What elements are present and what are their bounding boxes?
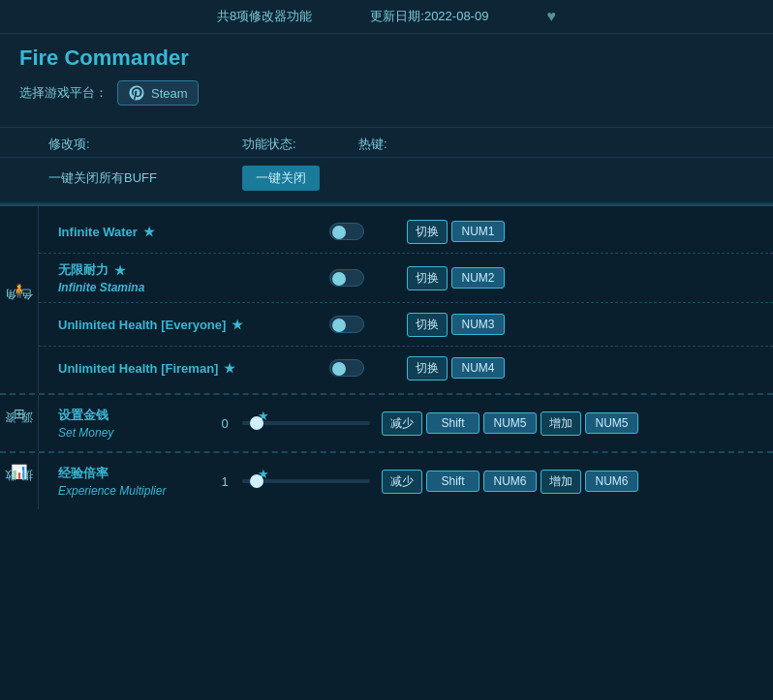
hotkey-infinite-stamina: 切换 NUM2 bbox=[407, 266, 754, 290]
onekey-status: 一键关闭 bbox=[242, 166, 358, 191]
hotkey-toggle-btn-1[interactable]: 切换 bbox=[407, 220, 448, 244]
exp-multiplier-label-area: 经验倍率 ★ Experience Multiplier bbox=[58, 465, 203, 498]
data-tab-label: 数据 bbox=[3, 483, 36, 499]
hotkey-toggle-btn-4[interactable]: 切换 bbox=[407, 356, 448, 380]
exp-multiplier-slider[interactable] bbox=[242, 479, 370, 483]
table-row: Infinite Water ★ 切换 NUM1 bbox=[39, 210, 773, 253]
toggle-switch-2[interactable] bbox=[329, 269, 364, 287]
col-status-label: 功能状态: bbox=[242, 136, 358, 153]
hotkey-toggle-btn-3[interactable]: 切换 bbox=[407, 313, 448, 337]
data-sidebar: 📊 数据 bbox=[0, 453, 39, 509]
set-money-num-dec-btn[interactable]: NUM5 bbox=[483, 412, 537, 434]
exp-increase-btn[interactable]: 增加 bbox=[541, 470, 581, 494]
header: Fire Commander 选择游戏平台： Steam bbox=[0, 34, 773, 128]
hotkey-unlimited-health-everyone: 切换 NUM3 bbox=[407, 313, 754, 337]
mod-name-infinite-water: Infinite Water ★ bbox=[58, 225, 329, 239]
steam-platform-button[interactable]: Steam bbox=[117, 80, 199, 106]
hotkey-key-btn-1[interactable]: NUM1 bbox=[451, 221, 505, 242]
hotkey-unlimited-health-fireman: 切换 NUM4 bbox=[407, 356, 754, 380]
onekey-button[interactable]: 一键关闭 bbox=[242, 166, 320, 191]
data-icon: 📊 bbox=[11, 464, 27, 479]
onekey-label: 一键关闭所有BUFF bbox=[48, 169, 242, 187]
exp-num-inc-btn[interactable]: NUM6 bbox=[585, 471, 638, 492]
col-hotkey-label: 热键: bbox=[358, 136, 754, 153]
toggle-knob-4 bbox=[332, 362, 346, 376]
exp-multiplier-slider-area: 1 bbox=[215, 474, 370, 489]
resources-sidebar: ⊞ 资源 bbox=[0, 395, 39, 451]
character-sidebar: 🧍 角色 bbox=[0, 206, 39, 393]
set-money-shift-btn[interactable]: Shift bbox=[426, 412, 479, 434]
platform-row: 选择游戏平台： Steam bbox=[19, 80, 754, 106]
exp-num-dec-btn[interactable]: NUM6 bbox=[483, 471, 537, 492]
exp-multiplier-value: 1 bbox=[215, 474, 234, 489]
set-money-slider-thumb[interactable] bbox=[250, 416, 263, 430]
star-icon-3[interactable]: ★ bbox=[232, 318, 243, 332]
hotkey-key-btn-4[interactable]: NUM4 bbox=[451, 357, 505, 379]
toggle-knob-3 bbox=[332, 319, 346, 332]
resources-tab-label: 资源 bbox=[3, 425, 36, 441]
set-money-increase-btn[interactable]: 增加 bbox=[541, 411, 581, 436]
character-rows: Infinite Water ★ 切换 NUM1 无限耐力 ★ Infin bbox=[39, 206, 773, 393]
exp-multiplier-hotkeys: 减少 Shift NUM6 增加 NUM6 bbox=[382, 470, 638, 494]
exp-decrease-btn[interactable]: 减少 bbox=[382, 470, 422, 494]
resources-section: ⊞ 资源 设置金钱 ★ Set Money 0 减少 Shift NUM5 bbox=[0, 395, 773, 451]
hotkey-toggle-btn-2[interactable]: 切换 bbox=[407, 266, 448, 290]
table-row: Unlimited Health [Everyone] ★ 切换 NUM3 bbox=[39, 303, 773, 346]
platform-label: 选择游戏平台： bbox=[19, 84, 108, 102]
set-money-slider[interactable] bbox=[242, 421, 370, 425]
update-date: 更新日期:2022-08-09 bbox=[370, 8, 488, 25]
mod-name-unlimited-health-fireman: Unlimited Health [Fireman] ★ bbox=[58, 361, 329, 376]
onekey-row: 一键关闭所有BUFF 一键关闭 bbox=[0, 158, 773, 204]
data-section: 📊 数据 经验倍率 ★ Experience Multiplier 1 减少 S… bbox=[0, 453, 773, 509]
toggle-infinite-water[interactable] bbox=[329, 223, 407, 240]
hotkey-key-btn-3[interactable]: NUM3 bbox=[451, 314, 505, 335]
resources-rows: 设置金钱 ★ Set Money 0 减少 Shift NUM5 增加 NUM5 bbox=[39, 395, 773, 451]
exp-shift-btn[interactable]: Shift bbox=[426, 471, 479, 492]
character-section: 🧍 角色 Infinite Water ★ 切换 NUM1 bbox=[0, 206, 773, 393]
set-money-num-inc-btn[interactable]: NUM5 bbox=[585, 412, 638, 434]
toggle-unlimited-health-everyone[interactable] bbox=[329, 316, 407, 333]
favorite-icon[interactable]: ♥ bbox=[546, 8, 556, 25]
toggle-infinite-stamina[interactable] bbox=[329, 269, 407, 287]
total-features: 共8项修改器功能 bbox=[217, 8, 312, 25]
toggle-switch-3[interactable] bbox=[329, 316, 364, 333]
mod-name-unlimited-health-everyone: Unlimited Health [Everyone] ★ bbox=[58, 318, 329, 332]
star-icon-4[interactable]: ★ bbox=[224, 361, 235, 376]
col-modify-label: 修改项: bbox=[48, 136, 242, 153]
steam-logo-icon bbox=[128, 84, 145, 102]
exp-multiplier-slider-thumb[interactable] bbox=[250, 474, 263, 488]
hotkey-infinite-water: 切换 NUM1 bbox=[407, 220, 754, 244]
mod-name-infinite-stamina: 无限耐力 ★ Infinite Stamina bbox=[58, 261, 329, 294]
toggle-unlimited-health-fireman[interactable] bbox=[329, 359, 407, 377]
set-money-slider-area: 0 bbox=[215, 416, 370, 431]
character-tab-label: 角色 bbox=[3, 302, 36, 318]
data-rows: 经验倍率 ★ Experience Multiplier 1 减少 Shift … bbox=[39, 453, 773, 509]
column-headers: 修改项: 功能状态: 热键: bbox=[0, 128, 773, 158]
star-icon-2[interactable]: ★ bbox=[114, 263, 126, 278]
resources-icon: ⊞ bbox=[14, 406, 25, 421]
top-bar: 共8项修改器功能 更新日期:2022-08-09 ♥ bbox=[0, 0, 773, 34]
table-row: Unlimited Health [Fireman] ★ 切换 NUM4 bbox=[39, 347, 773, 389]
hotkey-key-btn-2[interactable]: NUM2 bbox=[451, 267, 505, 289]
toggle-switch-1[interactable] bbox=[329, 223, 364, 240]
toggle-knob-2 bbox=[332, 272, 346, 286]
set-money-label-area: 设置金钱 ★ Set Money bbox=[58, 407, 203, 440]
exp-multiplier-row: 经验倍率 ★ Experience Multiplier 1 减少 Shift … bbox=[58, 465, 754, 498]
character-icon: 🧍 bbox=[11, 283, 27, 298]
toggle-knob-1 bbox=[332, 226, 346, 239]
table-row: 无限耐力 ★ Infinite Stamina 切换 NUM2 bbox=[39, 254, 773, 302]
steam-platform-label: Steam bbox=[151, 86, 188, 101]
set-money-decrease-btn[interactable]: 减少 bbox=[382, 411, 422, 436]
set-money-value: 0 bbox=[215, 416, 234, 431]
star-icon-1[interactable]: ★ bbox=[143, 225, 155, 239]
set-money-hotkeys: 减少 Shift NUM5 增加 NUM5 bbox=[382, 411, 638, 436]
set-money-row: 设置金钱 ★ Set Money 0 减少 Shift NUM5 增加 NUM5 bbox=[58, 407, 754, 440]
toggle-switch-4[interactable] bbox=[329, 359, 364, 377]
game-title: Fire Commander bbox=[19, 46, 754, 71]
